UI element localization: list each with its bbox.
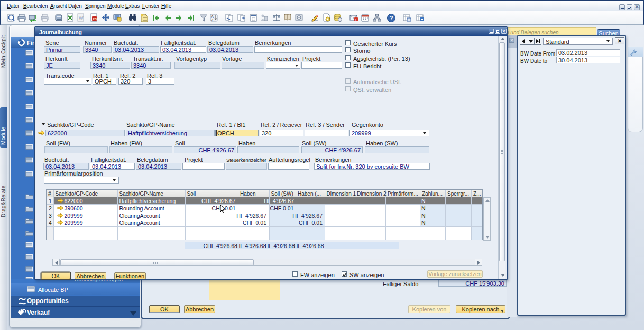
svg-text:PDF: PDF (93, 17, 99, 21)
svg-text:W: W (79, 15, 84, 21)
svg-text:?: ? (390, 15, 393, 21)
svg-text:!: ! (355, 18, 356, 21)
svg-text:Z: Z (211, 18, 214, 22)
